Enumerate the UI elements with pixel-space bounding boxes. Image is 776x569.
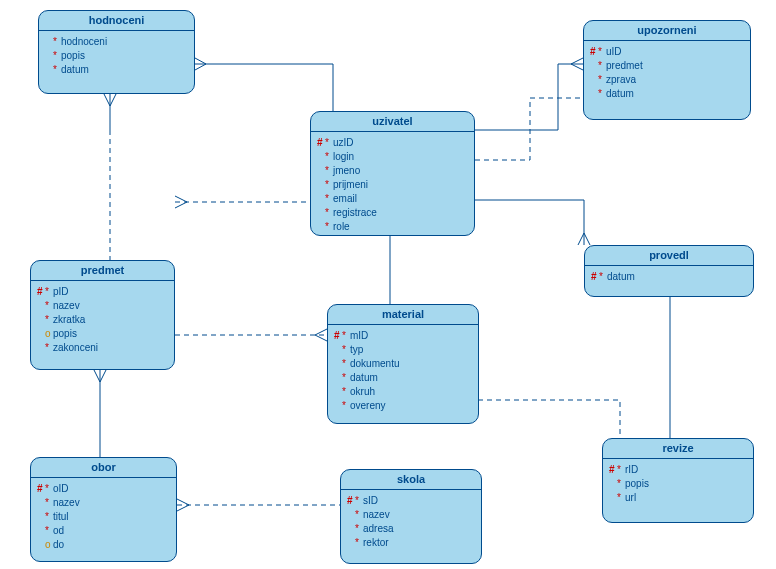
attribute-row: * okruh [334,385,472,399]
attribute-row: * popis [609,477,747,491]
attribute-name: nazev [363,508,390,522]
attribute-row: #* oID [37,482,170,496]
attribute-row: #* rID [609,463,747,477]
entity-title: uzivatel [311,112,474,132]
attribute-name: nazev [53,496,80,510]
attribute-name: uzID [333,136,354,150]
attribute-row: #* uzID [317,136,468,150]
attribute-name: predmet [606,59,643,73]
attribute-name: mID [350,329,368,343]
attribute-row: * hodnoceni [45,35,188,49]
attribute-row: * jmeno [317,164,468,178]
attribute-name: rID [625,463,638,477]
attribute-name: datum [606,87,634,101]
attribute-row: * nazev [37,299,168,313]
attribute-name: registrace [333,206,377,220]
entity-hodnoceni: hodnoceni * hodnoceni * popis * datum [38,10,195,94]
attribute-row: o do [37,538,170,552]
attribute-row: * nazev [37,496,170,510]
entity-skola: skola #* sID * nazev * adresa * rektor [340,469,482,564]
attribute-name: role [333,220,350,234]
attribute-row: * typ [334,343,472,357]
entity-title: predmet [31,261,174,281]
attribute-row: * datum [45,63,188,77]
entity-title: revize [603,439,753,459]
entity-body: #* uzID * login * jmeno * prijmeni * ema… [311,132,474,240]
attribute-name: sID [363,494,378,508]
attribute-row: #* pID [37,285,168,299]
attribute-name: okruh [350,385,375,399]
attribute-row: * zakonceni [37,341,168,355]
attribute-name: popis [53,327,77,341]
attribute-row: * popis [45,49,188,63]
attribute-row: * dokumentu [334,357,472,371]
attribute-name: popis [61,49,85,63]
attribute-row: * zprava [590,73,744,87]
attribute-row: * email [317,192,468,206]
entity-body: #* pID * nazev * zkratka o popis * zakon… [31,281,174,361]
entity-predmet: predmet #* pID * nazev * zkratka o popis… [30,260,175,370]
attribute-name: login [333,150,354,164]
attribute-row: * adresa [347,522,475,536]
attribute-name: uID [606,45,622,59]
attribute-row: * prijmeni [317,178,468,192]
attribute-name: od [53,524,64,538]
entity-title: material [328,305,478,325]
entity-body: #* rID * popis * url [603,459,753,511]
attribute-name: dokumentu [350,357,399,371]
entity-upozorneni: upozorneni #* uID * predmet * zprava * d… [583,20,751,120]
entity-revize: revize #* rID * popis * url [602,438,754,523]
attribute-row: * zkratka [37,313,168,327]
entity-title: upozorneni [584,21,750,41]
entity-title: hodnoceni [39,11,194,31]
attribute-row: * predmet [590,59,744,73]
attribute-name: typ [350,343,363,357]
attribute-row: o popis [37,327,168,341]
attribute-row: * nazev [347,508,475,522]
attribute-name: jmeno [333,164,360,178]
attribute-name: pID [53,285,69,299]
entity-uzivatel: uzivatel #* uzID * login * jmeno * prijm… [310,111,475,236]
attribute-name: datum [607,270,635,284]
attribute-row: * login [317,150,468,164]
attribute-name: datum [350,371,378,385]
attribute-row: * titul [37,510,170,524]
attribute-name: oID [53,482,69,496]
entity-body: #* uID * predmet * zprava * datum [584,41,750,107]
attribute-row: * role [317,220,468,234]
attribute-name: do [53,538,64,552]
attribute-row: #* sID [347,494,475,508]
entity-provedl: provedl #* datum [584,245,754,297]
attribute-row: * datum [590,87,744,101]
attribute-name: nazev [53,299,80,313]
attribute-name: zkratka [53,313,85,327]
attribute-row: #* mID [334,329,472,343]
attribute-name: zprava [606,73,636,87]
entity-title: skola [341,470,481,490]
attribute-name: url [625,491,636,505]
attribute-name: datum [61,63,89,77]
attribute-name: adresa [363,522,394,536]
entity-material: material #* mID * typ * dokumentu * datu… [327,304,479,424]
entity-title: obor [31,458,176,478]
attribute-name: popis [625,477,649,491]
attribute-name: prijmeni [333,178,368,192]
attribute-row: * rektor [347,536,475,550]
attribute-row: #* datum [591,270,747,284]
entity-title: provedl [585,246,753,266]
attribute-name: hodnoceni [61,35,107,49]
attribute-row: * registrace [317,206,468,220]
attribute-row: * overeny [334,399,472,413]
entity-body: #* mID * typ * dokumentu * datum * okruh… [328,325,478,419]
attribute-name: titul [53,510,69,524]
attribute-name: overeny [350,399,386,413]
attribute-name: rektor [363,536,389,550]
entity-body: #* sID * nazev * adresa * rektor [341,490,481,556]
entity-obor: obor #* oID * nazev * titul * od o do [30,457,177,562]
attribute-row: * od [37,524,170,538]
entity-body: * hodnoceni * popis * datum [39,31,194,83]
attribute-row: * url [609,491,747,505]
attribute-row: * datum [334,371,472,385]
attribute-name: email [333,192,357,206]
entity-body: #* datum [585,266,753,290]
